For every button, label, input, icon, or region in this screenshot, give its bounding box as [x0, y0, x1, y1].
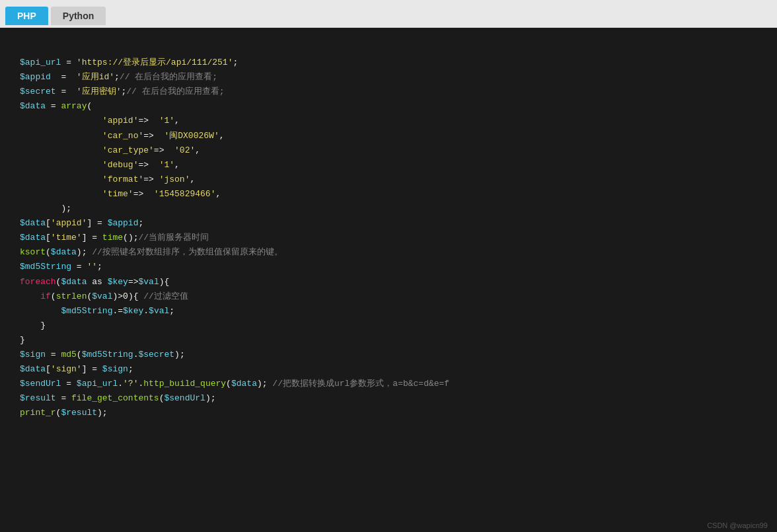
watermark: CSDN @wapicn99 — [707, 521, 768, 529]
code-block: $api_url = 'https://登录后显示/api/111/251'; … — [0, 28, 777, 434]
tabs-bar: PHP Python — [0, 0, 777, 28]
tab-php[interactable]: PHP — [5, 7, 48, 25]
tab-python[interactable]: Python — [51, 7, 106, 25]
code-container[interactable]: $api_url = 'https://登录后显示/api/111/251'; … — [0, 28, 777, 532]
